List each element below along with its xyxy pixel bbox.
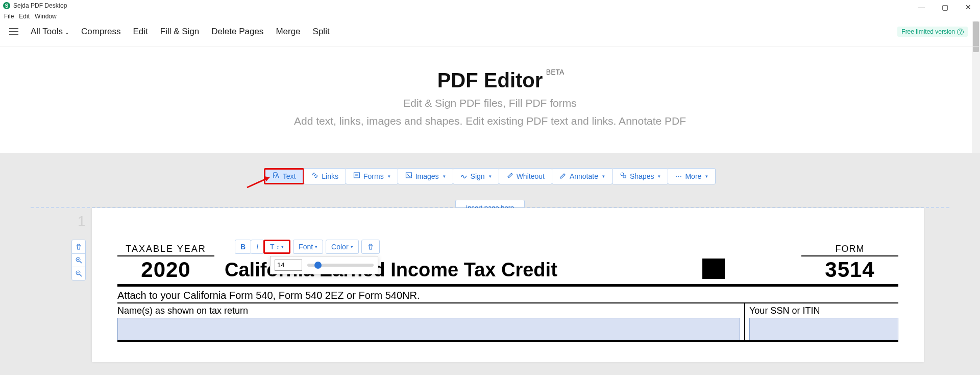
name-field-input[interactable] — [117, 318, 740, 340]
shapes-icon — [620, 172, 627, 180]
color-button[interactable]: Color▾ — [326, 240, 358, 254]
caret-down-icon: ▾ — [281, 244, 284, 249]
page-heading-text: PDF Editor — [437, 69, 543, 91]
nav-delete-pages[interactable]: Delete Pages — [211, 27, 263, 37]
svg-rect-6 — [623, 175, 626, 178]
svg-rect-0 — [354, 173, 360, 178]
page-subtitle-1: Edit & Sign PDF files, Fill PDF forms — [0, 96, 980, 110]
hamburger-icon[interactable] — [9, 28, 18, 35]
divider — [117, 340, 898, 342]
tool-more-label: More — [685, 172, 701, 180]
insert-page-button[interactable]: Insert page here — [455, 200, 525, 208]
nav-all-tools[interactable]: All Tools ⌄ — [31, 27, 69, 37]
page-side-tools — [71, 240, 86, 280]
caret-down-icon: ▾ — [443, 174, 446, 179]
tool-forms-label: Forms — [363, 172, 384, 180]
italic-label: I — [256, 243, 258, 251]
slider-thumb[interactable] — [314, 262, 322, 269]
menu-edit[interactable]: Edit — [19, 13, 30, 20]
trash-icon — [367, 243, 374, 250]
font-size-button[interactable]: T↕▾ — [263, 240, 290, 254]
tool-sign[interactable]: Sign ▾ — [453, 168, 499, 184]
delete-text-button[interactable] — [361, 240, 380, 254]
tool-whiteout[interactable]: Whiteout — [499, 168, 552, 184]
taxable-year-label: TAXABLE YEAR — [117, 244, 214, 256]
nav-fill-sign[interactable]: Fill & Sign — [160, 27, 200, 37]
tool-links[interactable]: Links — [304, 168, 346, 184]
tool-links-label: Links — [322, 172, 338, 180]
beta-badge: BETA — [546, 68, 565, 76]
font-size-slider[interactable] — [307, 264, 374, 267]
text-icon — [273, 172, 280, 180]
nav-split[interactable]: Split — [313, 27, 330, 37]
caret-down-icon: ▾ — [388, 174, 390, 179]
caret-down-icon: ▾ — [705, 174, 708, 179]
bold-button[interactable]: B — [235, 240, 251, 254]
taxable-year-value: 2020 — [117, 257, 214, 282]
svg-line-14 — [80, 274, 82, 276]
link-icon — [311, 172, 318, 180]
tool-sign-label: Sign — [471, 172, 485, 180]
tool-shapes[interactable]: Shapes ▾ — [612, 168, 668, 184]
caret-down-icon: ▾ — [602, 174, 605, 179]
whiteout-icon — [506, 172, 513, 180]
more-icon: ⋯ — [675, 172, 682, 180]
minimize-button[interactable]: — — [910, 0, 933, 14]
editor-toolbar: Text Links Forms ▾ Images ▾ Sign — [0, 168, 980, 184]
ssn-field-label: Your SSN or ITIN — [749, 306, 898, 316]
free-version-badge[interactable]: Free limited version ? — [897, 27, 968, 37]
tool-forms[interactable]: Forms ▾ — [346, 168, 398, 184]
forms-icon — [353, 172, 360, 180]
tool-images-label: Images — [415, 172, 439, 180]
nav-edit[interactable]: Edit — [133, 27, 148, 37]
font-size-input[interactable] — [275, 260, 302, 271]
tool-annotate[interactable]: Annotate ▾ — [552, 168, 612, 184]
tool-annotate-label: Annotate — [570, 172, 598, 180]
zoom-in-icon[interactable] — [72, 253, 85, 267]
nav-compress[interactable]: Compress — [81, 27, 120, 37]
form-number: 3514 — [801, 257, 898, 282]
app-icon: S — [3, 2, 10, 9]
nav-all-tools-label: All Tools — [31, 27, 63, 37]
tool-more[interactable]: ⋯ More ▾ — [668, 168, 716, 184]
chevron-down-icon: ⌄ — [65, 30, 69, 35]
tool-text-label: Text — [283, 172, 296, 180]
delete-page-icon[interactable] — [72, 240, 85, 253]
page-number: 1 — [78, 213, 86, 229]
caret-down-icon: ▾ — [315, 244, 317, 249]
black-box-icon — [702, 259, 725, 279]
caret-down-icon: ▾ — [489, 174, 492, 179]
close-window-button[interactable]: ✕ — [957, 0, 980, 14]
attach-instructions: Attach to your California Form 540, Form… — [117, 287, 898, 303]
bold-label: B — [240, 243, 246, 251]
zoom-out-icon[interactable] — [72, 267, 85, 280]
nav-merge[interactable]: Merge — [276, 27, 300, 37]
text-format-toolbar: B I T↕▾ Font▾ Color▾ — [235, 240, 380, 254]
tool-text[interactable]: Text — [264, 168, 305, 184]
caret-down-icon: ▾ — [351, 244, 353, 249]
caret-down-icon: ▾ — [658, 174, 660, 179]
form-label: FORM — [801, 244, 898, 256]
annotate-icon — [559, 172, 567, 180]
free-version-label: Free limited version — [901, 28, 955, 35]
font-size-icon: T — [270, 243, 275, 251]
italic-button[interactable]: I — [251, 240, 264, 254]
tool-images[interactable]: Images ▾ — [398, 168, 453, 184]
menu-file[interactable]: File — [4, 13, 14, 20]
updown-icon: ↕ — [277, 244, 280, 250]
svg-point-4 — [407, 174, 408, 175]
tool-whiteout-label: Whiteout — [517, 172, 545, 180]
page-heading: PDF Editor BETA — [437, 69, 543, 92]
image-icon — [405, 172, 412, 180]
sign-icon — [460, 172, 468, 180]
menu-window[interactable]: Window — [35, 13, 57, 20]
ssn-field-input[interactable] — [749, 318, 898, 340]
tool-shapes-label: Shapes — [630, 172, 654, 180]
name-field-label: Name(s) as shown on tax return — [117, 306, 740, 316]
color-label: Color — [331, 243, 348, 251]
maximize-button[interactable]: ▢ — [933, 0, 957, 14]
svg-line-10 — [80, 261, 82, 263]
font-button[interactable]: Font▾ — [293, 240, 323, 254]
window-title: Sejda PDF Desktop — [13, 2, 67, 9]
pdf-page: TAXABLE YEAR 2020 California Earned Inco… — [92, 208, 924, 362]
